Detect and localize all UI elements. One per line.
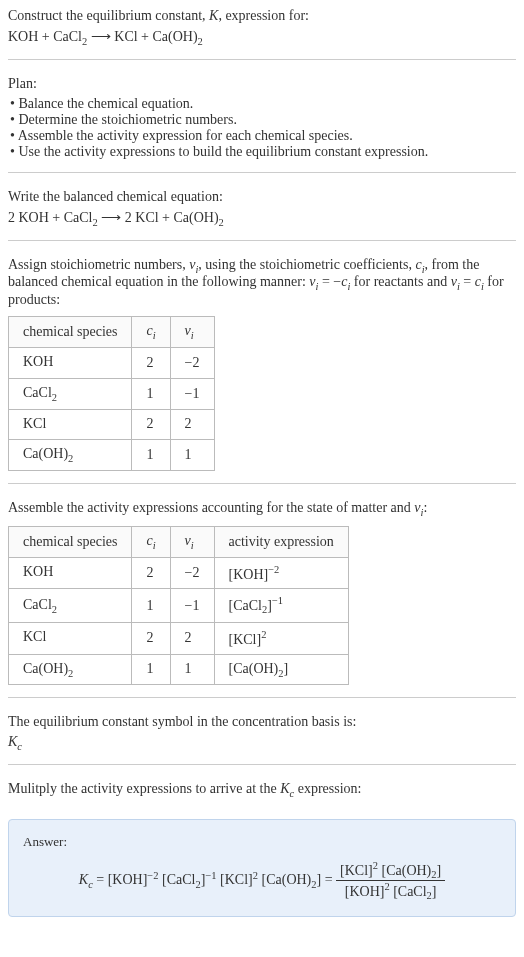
cell-species: KCl (9, 409, 132, 440)
cell-activity: [KCl]2 (214, 622, 348, 654)
table-row: Ca(OH)2 1 1 [Ca(OH)2] (9, 654, 349, 685)
table-row: KOH 2 −2 (9, 347, 215, 378)
multiply-section: Mulitply the activity expressions to arr… (8, 781, 516, 803)
eq-lhs: KOH + CaCl (8, 29, 82, 44)
cell-species: CaCl2 (9, 378, 132, 409)
intro-equation: KOH + CaCl2 ⟶ KCl + Ca(OH)2 (8, 28, 516, 47)
table-row: KOH 2 −2 [KOH]−2 (9, 557, 349, 589)
sp-a: KOH (23, 564, 53, 579)
ans-num: [KCl]2 [Ca(OH)2] (336, 860, 445, 881)
cell-c: 1 (132, 440, 170, 471)
table-header-row: chemical species ci νi (9, 317, 215, 348)
sp-a: Ca(OH) (23, 661, 68, 676)
intro-text: Construct the equilibrium constant, K, e… (8, 8, 516, 24)
mult-a: Mulitply the activity expressions to arr… (8, 781, 280, 796)
eq-sub2: 2 (198, 36, 203, 47)
cell-nu: 2 (170, 622, 214, 654)
activity-section: Assemble the activity expressions accoun… (8, 500, 516, 698)
plan-item: • Use the activity expressions to build … (10, 144, 516, 160)
cell-activity: [CaCl2]−1 (214, 589, 348, 622)
stoich-section: Assign stoichiometric numbers, νi, using… (8, 257, 516, 485)
den-c: ] (432, 884, 437, 899)
answer-label: Answer: (23, 834, 501, 850)
cell-nu: 1 (170, 440, 214, 471)
num-b: [Ca(OH) (378, 863, 431, 878)
intro-line-b: , expression for: (218, 8, 309, 23)
th-nui-i: i (191, 330, 194, 341)
bal-arrow: ⟶ (98, 210, 125, 225)
cell-nu: −2 (170, 557, 214, 589)
cell-nu: 2 (170, 409, 214, 440)
cell-species: Ca(OH)2 (9, 654, 132, 685)
cell-nu: −1 (170, 378, 214, 409)
plan-title: Plan: (8, 76, 516, 92)
symbol-section: The equilibrium constant symbol in the c… (8, 714, 516, 765)
ans-p4a: [Ca(OH) (262, 872, 312, 887)
mult-k: K (280, 781, 289, 796)
th-nui-i: i (191, 540, 194, 551)
cell-nu: −1 (170, 589, 214, 622)
table-row: KCl 2 2 [KCl]2 (9, 622, 349, 654)
sp-a: KCl (23, 629, 46, 644)
answer-formula: Kc = [KOH]−2 [CaCl2]−1 [KCl]2 [Ca(OH)2] … (23, 860, 501, 902)
mult-b: expression: (294, 781, 361, 796)
cell-c: 1 (132, 654, 170, 685)
act-b: ] (284, 661, 289, 676)
den-b: [CaCl (390, 884, 427, 899)
bal-sub2: 2 (219, 217, 224, 228)
stoich-table: chemical species ci νi KOH 2 −2 CaCl2 1 … (8, 316, 215, 471)
cell-species: KOH (9, 347, 132, 378)
cell-activity: [Ca(OH)2] (214, 654, 348, 685)
sp-sub: 2 (68, 453, 73, 464)
stoich-a: Assign stoichiometric numbers, (8, 257, 189, 272)
th-ci-i: i (153, 540, 156, 551)
num-c: ] (437, 863, 442, 878)
intro-k: K (209, 8, 218, 23)
ans-p1sup: −2 (147, 869, 158, 880)
ans-p2a: [CaCl (162, 872, 195, 887)
plan-item: • Assemble the activity expression for e… (10, 128, 516, 144)
sp-a: KCl (23, 416, 46, 431)
ans-p3a: [KCl] (220, 872, 253, 887)
plan-item: • Balance the chemical equation. (10, 96, 516, 112)
balanced-title: Write the balanced chemical equation: (8, 189, 516, 205)
sp-a: CaCl (23, 385, 52, 400)
balanced-equation: 2 KOH + CaCl2 ⟶ 2 KCl + Ca(OH)2 (8, 209, 516, 228)
th-nui: νi (170, 526, 214, 557)
stoich-text: Assign stoichiometric numbers, νi, using… (8, 257, 516, 309)
sp-sub: 2 (52, 604, 57, 615)
cell-species: KOH (9, 557, 132, 589)
sp-sub: 2 (52, 392, 57, 403)
table-header-row: chemical species ci νi activity expressi… (9, 526, 349, 557)
cell-c: 2 (132, 409, 170, 440)
eq-rhs: KCl + Ca(OH) (114, 29, 197, 44)
th-ci: ci (132, 317, 170, 348)
cell-c: 2 (132, 347, 170, 378)
act-a: [CaCl (229, 598, 262, 613)
balanced-section: Write the balanced chemical equation: 2 … (8, 189, 516, 241)
activity-text: Assemble the activity expressions accoun… (8, 500, 516, 518)
sp-a: CaCl (23, 597, 52, 612)
cell-c: 2 (132, 557, 170, 589)
act-sup: 2 (261, 629, 266, 640)
th-activity: activity expression (214, 526, 348, 557)
answer-box: Answer: Kc = [KOH]−2 [CaCl2]−1 [KCl]2 [C… (8, 819, 516, 917)
table-row: CaCl2 1 −1 (9, 378, 215, 409)
num-a: [KCl] (340, 863, 373, 878)
cell-species: CaCl2 (9, 589, 132, 622)
th-ci-i: i (153, 330, 156, 341)
table-row: CaCl2 1 −1 [CaCl2]−1 (9, 589, 349, 622)
stoich-eq2b: = (460, 274, 475, 289)
act-sup: −1 (272, 595, 283, 606)
cell-c: 1 (132, 378, 170, 409)
table-row: KCl 2 2 (9, 409, 215, 440)
stoich-d: for reactants and (350, 274, 450, 289)
ans-eq: = (93, 872, 108, 887)
ans-fraction: [KCl]2 [Ca(OH)2][KOH]2 [CaCl2] (336, 860, 445, 902)
cell-species: KCl (9, 622, 132, 654)
cell-c: 1 (132, 589, 170, 622)
th-species: chemical species (9, 317, 132, 348)
bal-b: 2 KCl + Ca(OH) (125, 210, 219, 225)
stoich-eq1b: = − (318, 274, 341, 289)
ans-p1a: [KOH] (108, 872, 148, 887)
